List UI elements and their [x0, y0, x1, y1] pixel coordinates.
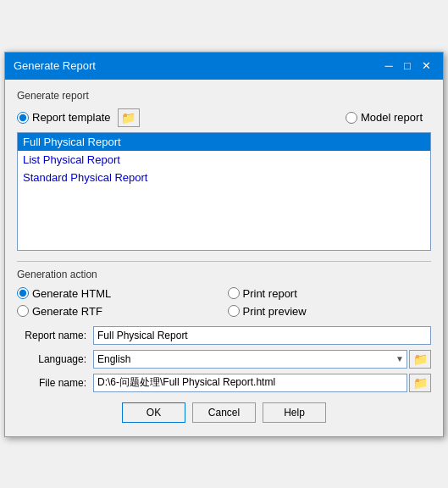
radio-generate-rtf-label[interactable]: Generate RTF	[17, 305, 221, 318]
language-select[interactable]: English French German Spanish	[93, 350, 407, 369]
dialog-title: Generate Report	[14, 59, 96, 72]
radio-print-preview[interactable]	[228, 305, 240, 317]
generate-report-dialog: Generate Report ─ □ ✕ Generate report Re…	[4, 52, 444, 437]
report-name-row: Report name:	[17, 326, 431, 345]
radio-model[interactable]	[346, 112, 357, 124]
minimize-button[interactable]: ─	[380, 58, 397, 75]
folder-icon-3: 📁	[413, 376, 428, 390]
generate-report-label: Generate report	[17, 90, 431, 102]
language-row: Language: English French German Spanish …	[17, 350, 431, 369]
generation-action-label: Generation action	[17, 269, 431, 280]
radio-generate-html[interactable]	[17, 287, 29, 299]
report-name-label: Report name:	[17, 330, 93, 341]
close-button[interactable]: ✕	[418, 58, 434, 75]
button-row: OK Cancel Help	[17, 402, 431, 426]
radio-generate-html-text: Generate HTML	[32, 287, 111, 300]
language-label: Language:	[17, 353, 93, 365]
filename-folder-button[interactable]: 📁	[409, 374, 431, 392]
cancel-button[interactable]: Cancel	[192, 402, 256, 423]
template-list[interactable]: Full Physical Report List Physical Repor…	[17, 132, 431, 251]
radio-template-text: Report template	[32, 111, 111, 124]
list-item-list-physical[interactable]: List Physical Report	[18, 151, 430, 169]
section-divider	[17, 261, 431, 262]
file-name-row: File name: 📁	[17, 374, 431, 392]
report-name-input[interactable]	[93, 326, 431, 345]
title-bar: Generate Report ─ □ ✕	[5, 53, 443, 80]
generation-radio-grid: Generate HTML Print report Generate RTF …	[17, 287, 431, 318]
generation-action-section: Generation action Generate HTML Print re…	[17, 269, 431, 392]
list-item-full-physical[interactable]: Full Physical Report	[18, 133, 430, 151]
folder-icon: 📁	[121, 111, 136, 125]
radio-generate-html-label[interactable]: Generate HTML	[17, 287, 221, 300]
help-button[interactable]: Help	[263, 402, 326, 423]
language-select-wrapper: English French German Spanish ▼	[93, 350, 407, 369]
list-item-standard-physical[interactable]: Standard Physical Report	[18, 169, 430, 186]
radio-print-report[interactable]	[228, 287, 240, 299]
generate-report-section: Generate report Report template 📁 Model …	[17, 90, 431, 251]
radio-template[interactable]	[17, 112, 29, 124]
radio-generate-rtf[interactable]	[17, 305, 29, 317]
folder-icon-2: 📁	[413, 352, 428, 366]
filename-row: 📁	[93, 374, 431, 392]
radio-generate-rtf-text: Generate RTF	[32, 305, 102, 318]
radio-print-report-label[interactable]: Print report	[228, 287, 432, 300]
radio-model-text: Model report	[361, 111, 423, 124]
title-bar-controls: ─ □ ✕	[380, 58, 434, 75]
template-folder-button[interactable]: 📁	[118, 108, 140, 127]
radio-print-preview-label[interactable]: Print preview	[228, 305, 432, 318]
radio-print-report-text: Print report	[243, 287, 297, 300]
file-name-label: File name:	[17, 377, 93, 389]
radio-print-preview-text: Print preview	[243, 305, 307, 318]
language-folder-button[interactable]: 📁	[409, 350, 431, 369]
dialog-body: Generate report Report template 📁 Model …	[5, 80, 443, 436]
radio-template-label[interactable]: Report template	[17, 111, 111, 124]
ok-button[interactable]: OK	[122, 402, 185, 423]
file-name-input[interactable]	[93, 374, 407, 392]
radio-model-label[interactable]: Model report	[346, 111, 423, 124]
maximize-button[interactable]: □	[399, 58, 416, 75]
